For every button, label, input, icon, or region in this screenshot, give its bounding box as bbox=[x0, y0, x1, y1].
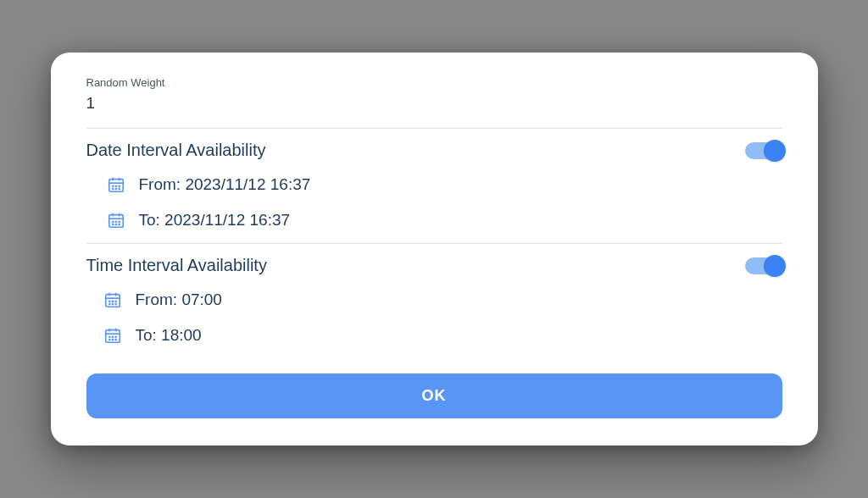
calendar-icon bbox=[103, 290, 122, 309]
time-from-text: From: 07:00 bbox=[136, 290, 222, 309]
date-from-row[interactable]: From: 2023/11/12 16:37 bbox=[86, 167, 782, 202]
svg-point-26 bbox=[115, 301, 116, 302]
svg-point-24 bbox=[108, 301, 109, 302]
date-to-text: To: 2023/11/12 16:37 bbox=[139, 211, 291, 230]
random-weight-label: Random Weight bbox=[86, 76, 782, 89]
random-weight-section: Random Weight 1 bbox=[86, 76, 782, 129]
calendar-icon bbox=[107, 211, 125, 230]
time-interval-toggle[interactable] bbox=[745, 257, 782, 274]
ok-button[interactable]: OK bbox=[86, 374, 782, 418]
time-interval-title: Time Interval Availability bbox=[86, 256, 267, 275]
svg-point-37 bbox=[108, 339, 109, 340]
svg-point-5 bbox=[115, 185, 116, 186]
time-to-text: To: 18:00 bbox=[136, 326, 202, 345]
svg-point-8 bbox=[115, 188, 116, 189]
date-interval-section: Date Interval Availability From: 2023/11… bbox=[86, 129, 782, 244]
time-to-row[interactable]: To: 18:00 bbox=[86, 318, 782, 353]
random-weight-value[interactable]: 1 bbox=[86, 94, 782, 113]
svg-point-18 bbox=[115, 224, 116, 224]
svg-point-25 bbox=[112, 301, 113, 302]
svg-point-16 bbox=[119, 221, 120, 222]
svg-point-28 bbox=[112, 303, 113, 304]
svg-point-34 bbox=[108, 336, 109, 337]
svg-point-17 bbox=[112, 224, 113, 224]
time-from-row[interactable]: From: 07:00 bbox=[86, 282, 782, 318]
svg-point-38 bbox=[112, 339, 113, 340]
date-from-text: From: 2023/11/12 16:37 bbox=[139, 175, 311, 194]
svg-point-29 bbox=[115, 303, 116, 304]
date-interval-toggle[interactable] bbox=[745, 142, 782, 159]
svg-point-19 bbox=[119, 224, 120, 224]
date-interval-title: Date Interval Availability bbox=[86, 141, 266, 160]
svg-point-6 bbox=[119, 185, 120, 186]
svg-point-14 bbox=[112, 221, 113, 222]
settings-card: Random Weight 1 Date Interval Availabili… bbox=[51, 53, 818, 445]
svg-point-4 bbox=[112, 185, 113, 186]
svg-point-9 bbox=[119, 188, 120, 189]
date-to-row[interactable]: To: 2023/11/12 16:37 bbox=[86, 202, 782, 238]
time-interval-header: Time Interval Availability bbox=[86, 244, 782, 282]
time-interval-section: Time Interval Availability From: 07:00 bbox=[86, 244, 782, 358]
svg-point-15 bbox=[115, 221, 116, 222]
svg-point-7 bbox=[112, 188, 113, 189]
svg-point-36 bbox=[115, 336, 116, 337]
svg-point-39 bbox=[115, 339, 116, 340]
calendar-icon bbox=[103, 326, 122, 345]
calendar-icon bbox=[107, 175, 125, 194]
svg-point-27 bbox=[108, 303, 109, 304]
date-interval-header: Date Interval Availability bbox=[86, 129, 782, 167]
svg-point-35 bbox=[112, 336, 113, 337]
